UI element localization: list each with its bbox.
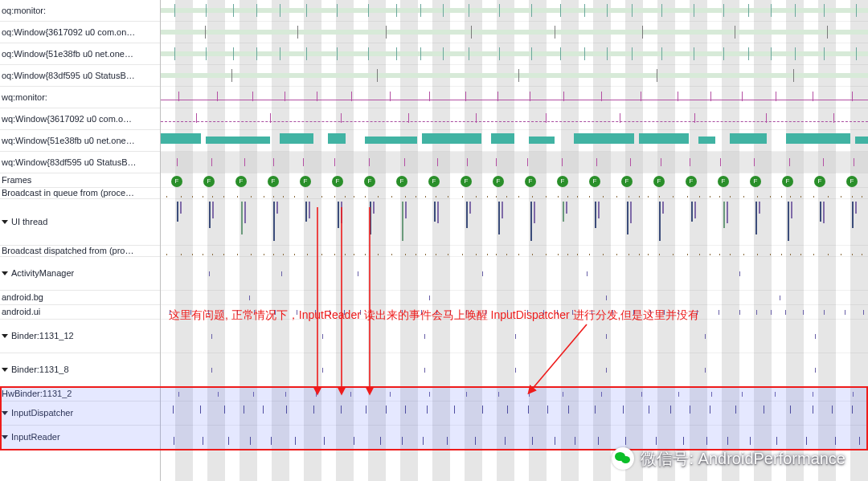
track-label-row[interactable]: UI thread	[0, 199, 160, 246]
track-label-text: android.bg	[2, 293, 43, 302]
track-label-row[interactable]: InputDispatcher	[0, 402, 160, 426]
track-label-row[interactable]: Binder:1131_8	[0, 353, 160, 387]
timeline-track[interactable]	[161, 257, 868, 291]
track-label-text: wq:Window{51e38fb u0 net.one…	[2, 137, 135, 145]
frame-marker[interactable]: F	[235, 176, 247, 187]
expand-icon[interactable]	[2, 411, 8, 415]
track-label-text: android.ui	[2, 308, 40, 316]
frame-marker[interactable]: F	[525, 176, 536, 187]
track-label-row[interactable]: oq:Window{51e38fb u0 net.one…	[0, 43, 160, 65]
timeline-track[interactable]	[161, 426, 868, 450]
frame-marker[interactable]: F	[203, 176, 215, 187]
track-label-text: ActivityManager	[11, 269, 74, 278]
track-label-text: Binder:1131_8	[11, 365, 69, 374]
track-label-text: oq:Window{83df595 u0 StatusB…	[2, 71, 135, 80]
timeline-track[interactable]	[161, 387, 868, 402]
timeline-track[interactable]	[161, 87, 868, 108]
track-label-row[interactable]: oq:monitor:	[0, 0, 160, 22]
frame-marker[interactable]: F	[750, 176, 761, 187]
track-label-row[interactable]: Frames	[0, 173, 160, 188]
track-label-row[interactable]: wq:Window{3617092 u0 com.o…	[0, 108, 160, 130]
timeline-track[interactable]	[161, 108, 868, 130]
timeline-track[interactable]	[161, 43, 868, 65]
track-label-row[interactable]: android.ui	[0, 305, 160, 320]
timeline-viewport[interactable]: FFFFFFFFFFFFFFFFFFFFFF	[161, 0, 868, 481]
frame-marker[interactable]: F	[589, 176, 600, 187]
track-label-row[interactable]: oq:Window{83df595 u0 StatusB…	[0, 65, 160, 87]
track-label-text: wq:Window{3617092 u0 com.o…	[2, 115, 132, 124]
track-label-text: oq:monitor:	[2, 6, 46, 15]
track-label-text: Broadcast dispatched from (pro…	[2, 247, 133, 255]
track-label-text: wq:Window{83df595 u0 StatusB…	[2, 158, 137, 167]
track-label-row[interactable]: oq:Window{3617092 u0 com.on…	[0, 22, 160, 43]
frame-marker[interactable]: F	[718, 176, 729, 187]
timeline-track[interactable]	[161, 353, 868, 387]
track-label-text: Frames	[2, 176, 31, 185]
expand-icon[interactable]	[2, 368, 8, 372]
track-label-row[interactable]: ActivityManager	[0, 257, 160, 291]
track-label-row[interactable]: InputReader	[0, 426, 160, 450]
timeline-track[interactable]	[161, 22, 868, 43]
track-label-row[interactable]: Broadcast in queue from (proce…	[0, 188, 160, 199]
frame-marker[interactable]: F	[171, 176, 182, 187]
frame-marker[interactable]: F	[846, 176, 858, 187]
track-label-row[interactable]: Binder:1131_12	[0, 320, 160, 353]
expand-icon[interactable]	[2, 220, 8, 224]
timeline-track[interactable]	[161, 152, 868, 173]
frame-marker[interactable]: F	[653, 176, 665, 187]
frame-marker[interactable]: F	[428, 176, 440, 187]
track-label-text: InputDispatcher	[11, 409, 73, 418]
frame-marker[interactable]: F	[621, 176, 633, 187]
frame-marker[interactable]: F	[782, 176, 793, 187]
track-label-row[interactable]: wq:Window{83df595 u0 StatusB…	[0, 152, 160, 173]
timeline-track[interactable]	[161, 291, 868, 305]
track-label-text: Broadcast in queue from (proce…	[2, 189, 134, 198]
track-label-row[interactable]: wq:monitor:	[0, 87, 160, 108]
track-label-row[interactable]: wq:Window{51e38fb u0 net.one…	[0, 130, 160, 152]
frame-marker[interactable]: F	[557, 176, 568, 187]
frame-marker[interactable]: F	[268, 176, 279, 187]
timeline-track[interactable]	[161, 199, 868, 246]
timeline-track[interactable]	[161, 130, 868, 152]
timeline-track[interactable]	[161, 0, 868, 22]
frame-marker[interactable]: F	[814, 176, 825, 187]
frame-marker[interactable]: F	[461, 176, 472, 187]
track-label-text: InputReader	[11, 433, 60, 442]
timeline-track[interactable]	[161, 188, 868, 199]
frame-marker[interactable]: F	[493, 176, 504, 187]
expand-icon[interactable]	[2, 334, 8, 338]
expand-icon[interactable]	[2, 435, 8, 439]
track-label-text: oq:Window{3617092 u0 com.on…	[2, 28, 135, 37]
track-label-text: wq:monitor:	[2, 93, 47, 102]
expand-icon[interactable]	[2, 271, 8, 275]
frame-marker[interactable]: F	[332, 176, 343, 187]
timeline-track[interactable]	[161, 320, 868, 353]
track-label-row[interactable]: Broadcast dispatched from (pro…	[0, 246, 160, 257]
track-label-text: oq:Window{51e38fb u0 net.one…	[2, 50, 133, 59]
timeline-track[interactable]	[161, 65, 868, 87]
timeline-track[interactable]	[161, 246, 868, 257]
track-label-panel: oq:monitor:oq:Window{3617092 u0 com.on…o…	[0, 0, 161, 481]
timeline-track[interactable]	[161, 402, 868, 426]
frame-marker[interactable]: F	[364, 176, 375, 187]
frame-marker[interactable]: F	[686, 176, 697, 187]
track-label-row[interactable]: android.bg	[0, 291, 160, 305]
track-label-text: Binder:1131_12	[11, 332, 74, 340]
frame-marker[interactable]: F	[300, 176, 311, 187]
track-label-text: UI thread	[11, 218, 47, 226]
timeline-track[interactable]	[161, 305, 868, 320]
track-label-text: HwBinder:1131_2	[2, 389, 72, 398]
track-label-row[interactable]: HwBinder:1131_2	[0, 387, 160, 402]
timeline-track[interactable]: FFFFFFFFFFFFFFFFFFFFFF	[161, 173, 868, 188]
frame-marker[interactable]: F	[396, 176, 407, 187]
